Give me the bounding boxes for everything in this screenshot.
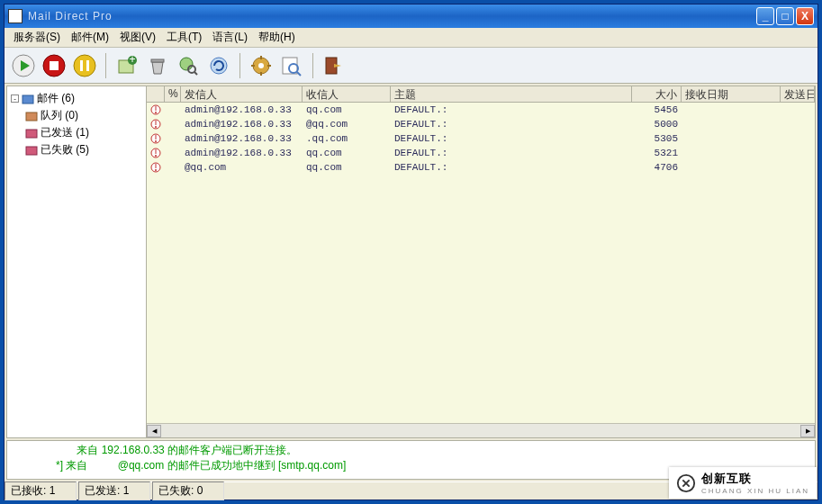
exit-button[interactable]: [321, 52, 348, 79]
row-to: qq.com: [303, 104, 391, 115]
stop-button[interactable]: [41, 52, 68, 79]
gear-icon: [250, 55, 272, 76]
row-to: @qq.com: [303, 119, 391, 130]
status-received: 已接收: 1: [5, 482, 77, 500]
exit-icon: [323, 55, 345, 76]
pause-icon: [73, 54, 96, 77]
add-button[interactable]: +: [113, 52, 140, 79]
mail-grid: % 发信人 收信人 主题 大小 接收日期 发送日期 admin@192.168.…: [147, 86, 815, 437]
toolbar: +: [5, 48, 817, 84]
table-row[interactable]: admin@192.168.0.33qq.comDEFAULT.:5321: [147, 146, 815, 160]
toolbar-separator: [105, 53, 106, 78]
collapse-icon[interactable]: -: [11, 94, 19, 103]
refresh-button[interactable]: [205, 52, 232, 79]
content-area: - 邮件 (6) 队列 (0) 已发送 (1) 已失败 (5) % 发信人: [6, 86, 816, 438]
grid-header[interactable]: % 发信人 收信人 主题 大小 接收日期 发送日期: [147, 86, 815, 103]
row-from: @qq.com: [181, 162, 303, 173]
play-button[interactable]: [10, 52, 37, 79]
svg-point-41: [155, 155, 157, 157]
menu-mail[interactable]: 邮件(M): [66, 28, 114, 47]
status-sent: 已发送: 1: [78, 482, 150, 500]
col-size[interactable]: 大小: [632, 86, 682, 102]
row-size: 5456: [632, 104, 682, 115]
svg-point-11: [180, 58, 193, 70]
grid-body[interactable]: admin@192.168.0.33qq.comDEFAULT.:5456adm…: [147, 103, 815, 423]
menu-view[interactable]: 视图(V): [114, 28, 161, 47]
svg-point-4: [74, 55, 95, 76]
tree-queue-label: 队列 (0): [41, 108, 78, 123]
watermark-logo-icon: [676, 473, 696, 493]
menu-server[interactable]: 服务器(S): [8, 28, 66, 47]
titlebar[interactable]: Mail Direct Pro _ □ X: [5, 4, 817, 28]
col-sent[interactable]: 发送日期: [781, 86, 815, 102]
mail-folder-icon: [22, 93, 34, 105]
row-from: admin@192.168.0.33: [181, 104, 303, 115]
tree-root-label: 邮件 (6): [37, 91, 75, 106]
col-to[interactable]: 收信人: [303, 86, 391, 102]
app-window: Mail Direct Pro _ □ X 服务器(S) 邮件(M) 视图(V)…: [4, 4, 818, 500]
row-status-icon: [147, 119, 165, 130]
svg-line-13: [194, 72, 197, 75]
find-button[interactable]: [175, 52, 202, 79]
col-subject[interactable]: 主题: [391, 86, 632, 102]
col-icon[interactable]: [147, 86, 165, 102]
magnify-icon: [281, 55, 303, 76]
row-to: qq.com: [303, 162, 391, 173]
queue-icon: [25, 110, 38, 122]
col-from[interactable]: 发信人: [181, 86, 303, 102]
table-row[interactable]: @qq.comqq.comDEFAULT.:4706: [147, 160, 815, 175]
table-row[interactable]: admin@192.168.0.33qq.comDEFAULT.:5456: [147, 103, 815, 117]
svg-point-16: [258, 63, 264, 68]
menu-tools[interactable]: 工具(T): [161, 28, 207, 47]
preview-button[interactable]: [278, 52, 305, 79]
svg-rect-3: [50, 61, 59, 70]
svg-line-23: [297, 72, 301, 76]
table-row[interactable]: admin@192.168.0.33@qq.comDEFAULT.:5000: [147, 117, 815, 131]
tree-queue[interactable]: 队列 (0): [9, 107, 144, 124]
svg-point-44: [155, 169, 157, 171]
menubar: 服务器(S) 邮件(M) 视图(V) 工具(T) 语言(L) 帮助(H): [5, 28, 817, 48]
tree-failed[interactable]: 已失败 (5): [9, 141, 144, 158]
col-received[interactable]: 接收日期: [682, 86, 781, 102]
toolbar-separator: [312, 53, 313, 78]
scroll-left-button[interactable]: ◀: [147, 425, 161, 437]
settings-button[interactable]: [248, 52, 275, 79]
svg-rect-28: [26, 130, 37, 138]
svg-rect-27: [26, 112, 37, 121]
row-from: admin@192.168.0.33: [181, 148, 303, 158]
box-plus-icon: +: [116, 55, 138, 76]
col-percent[interactable]: %: [165, 86, 181, 102]
svg-point-32: [155, 112, 157, 113]
folder-tree[interactable]: - 邮件 (6) 队列 (0) 已发送 (1) 已失败 (5): [7, 86, 147, 437]
minimize-button[interactable]: _: [756, 7, 774, 25]
app-icon: [8, 9, 23, 23]
horizontal-scrollbar[interactable]: ◀ ▶: [147, 423, 815, 437]
close-button[interactable]: X: [796, 7, 814, 25]
row-to: qq.com: [303, 148, 391, 158]
delete-button[interactable]: [144, 52, 171, 79]
row-size: 5000: [632, 119, 682, 130]
scroll-track[interactable]: [161, 425, 800, 437]
svg-rect-10: [151, 59, 164, 62]
menu-help[interactable]: 帮助(H): [253, 28, 301, 47]
row-status-icon: [147, 133, 165, 144]
table-row[interactable]: admin@192.168.0.33.qq.comDEFAULT.:5305: [147, 131, 815, 146]
tree-failed-label: 已失败 (5): [41, 142, 89, 158]
trash-icon: [147, 55, 168, 76]
tree-root[interactable]: - 邮件 (6): [9, 90, 144, 107]
pause-button[interactable]: [71, 52, 98, 79]
row-size: 5321: [632, 148, 682, 158]
row-subject: DEFAULT.:: [391, 133, 632, 144]
row-subject: DEFAULT.:: [391, 148, 632, 158]
refresh-icon: [208, 55, 230, 76]
row-subject: DEFAULT.:: [391, 162, 632, 173]
maximize-button[interactable]: □: [776, 7, 794, 25]
tree-sent[interactable]: 已发送 (1): [9, 124, 144, 141]
sent-icon: [25, 127, 38, 140]
svg-text:+: +: [129, 55, 135, 66]
tree-sent-label: 已发送 (1): [41, 125, 89, 140]
row-from: admin@192.168.0.33: [181, 119, 303, 130]
scroll-right-button[interactable]: ▶: [800, 425, 815, 437]
menu-language[interactable]: 语言(L): [207, 28, 253, 47]
failed-icon: [25, 144, 38, 157]
